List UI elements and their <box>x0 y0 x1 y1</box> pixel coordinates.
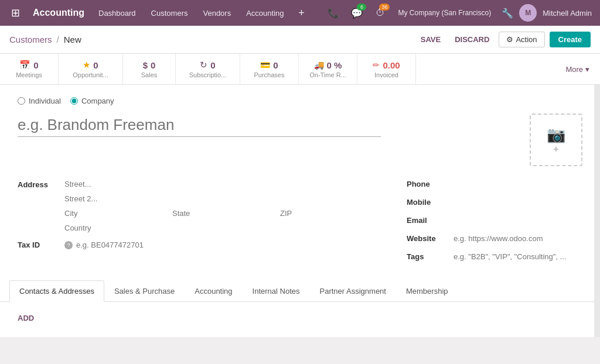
tags-field: Tags <box>407 250 582 263</box>
smart-btn-purchases[interactable]: 💳 0 Purchases <box>240 54 299 84</box>
taxid-field-group: Tax ID ? <box>18 239 383 251</box>
phone-field: Phone <box>407 178 582 190</box>
city-input[interactable] <box>64 207 168 219</box>
smart-btn-subscriptions[interactable]: ↻ 0 Subscriptio... <box>176 54 240 84</box>
smart-btn-invoiced[interactable]: ✏ 0.00 Invoiced <box>357 54 416 84</box>
nav-accounting[interactable]: Accounting <box>239 0 291 26</box>
breadcrumb-parent[interactable]: Customers <box>9 35 52 44</box>
more-label: More <box>565 65 583 74</box>
address-field-group: Address <box>18 178 383 234</box>
smart-buttons-bar: 📅 0 Meetings ★ 0 Opportunit... $ 0 Sales… <box>0 54 600 85</box>
nav-vendors[interactable]: Vendors <box>196 0 238 26</box>
tab-accounting[interactable]: Accounting <box>185 280 242 302</box>
meetings-label: Meetings <box>16 71 42 78</box>
action-button[interactable]: ⚙ Action <box>499 32 544 47</box>
more-button[interactable]: More ▾ <box>555 54 600 84</box>
street-input[interactable] <box>64 178 383 190</box>
action-label: Action <box>516 35 537 44</box>
top-nav: ⊞ Accounting Dashboard Customers Vendors… <box>0 0 600 26</box>
invoiced-label: Invoiced <box>374 71 398 78</box>
tab-partner-assignment[interactable]: Partner Assignment <box>310 280 396 302</box>
chat-icon[interactable]: 💬 6 <box>346 0 367 26</box>
phone-label: Phone <box>407 180 454 188</box>
photo-plus-icon: + <box>553 144 558 154</box>
website-input[interactable] <box>454 232 582 245</box>
meetings-count: 0 <box>33 60 38 70</box>
street2-input[interactable] <box>64 193 383 205</box>
create-button[interactable]: Create <box>550 32 591 47</box>
clock-icon[interactable]: ⏱ 36 <box>370 0 391 26</box>
nav-dashboard[interactable]: Dashboard <box>91 0 143 26</box>
left-fields: Address Tax ID ? <box>18 178 383 269</box>
right-fields: Phone Mobile Email Website Tags <box>407 178 582 269</box>
discard-button[interactable]: DISCARD <box>450 33 494 46</box>
breadcrumb-current: New <box>64 35 81 44</box>
mobile-field: Mobile <box>407 196 582 208</box>
truck-icon: 🚚 <box>314 60 324 70</box>
taxid-input[interactable] <box>76 239 383 251</box>
tab-contacts[interactable]: Contacts & Addresses <box>9 280 104 302</box>
website-field: Website <box>407 232 582 245</box>
tags-input[interactable] <box>454 250 582 263</box>
company-radio-input[interactable] <box>70 97 78 105</box>
form-header: Individual Company 📷 + <box>0 85 600 172</box>
photo-upload[interactable]: 📷 + <box>530 114 582 166</box>
opportunities-count: 0 <box>93 60 98 70</box>
add-button[interactable]: ADD <box>18 311 34 325</box>
mobile-label: Mobile <box>407 198 454 207</box>
website-label: Website <box>407 234 454 243</box>
smart-btn-ontime[interactable]: 🚚 0 % On-Time R... <box>299 54 357 84</box>
ontime-label: On-Time R... <box>309 71 346 78</box>
tags-label: Tags <box>407 252 454 261</box>
camera-icon: 📷 <box>547 126 565 144</box>
settings-icon[interactable]: 🔧 <box>498 0 517 26</box>
smart-btn-sales[interactable]: $ 0 Sales <box>123 54 176 84</box>
invoiced-count: 0.00 <box>383 60 400 70</box>
tab-internal-notes[interactable]: Internal Notes <box>243 280 310 302</box>
smart-btn-opportunities[interactable]: ★ 0 Opportunit... <box>59 54 123 84</box>
nav-customers[interactable]: Customers <box>144 0 195 26</box>
phone-input[interactable] <box>454 178 582 190</box>
chat-badge: 6 <box>357 4 366 11</box>
company-radio[interactable]: Company <box>70 97 114 105</box>
tabs-bar: Contacts & Addresses Sales & Purchase Ac… <box>0 280 600 302</box>
smart-btn-meetings[interactable]: 📅 0 Meetings <box>0 54 59 84</box>
taxid-label: Tax ID <box>18 241 64 249</box>
email-input[interactable] <box>454 214 582 226</box>
nav-add[interactable]: + <box>292 0 311 26</box>
breadcrumb-separator: / <box>57 35 59 44</box>
name-input[interactable] <box>18 114 381 137</box>
form-wrapper: Individual Company 📷 + Address <box>0 85 600 337</box>
chevron-down-icon: ▾ <box>585 65 589 74</box>
company-name: My Company (San Francisco) <box>393 9 496 17</box>
save-button[interactable]: SAVE <box>416 33 445 46</box>
state-input[interactable] <box>172 207 275 219</box>
phone-icon[interactable]: 📞 <box>323 0 344 26</box>
avatar: M <box>519 4 537 22</box>
individual-radio[interactable]: Individual <box>18 97 61 105</box>
email-label: Email <box>407 216 454 225</box>
individual-radio-input[interactable] <box>18 97 25 105</box>
tab-membership[interactable]: Membership <box>396 280 458 302</box>
credit-card-icon: 💳 <box>260 60 270 70</box>
taxid-help-icon[interactable]: ? <box>64 241 73 249</box>
tab-sales-purchase[interactable]: Sales & Purchase <box>104 280 185 302</box>
purchases-label: Purchases <box>254 71 285 78</box>
sales-label: Sales <box>141 71 158 78</box>
form-fields: Address Tax ID ? <box>0 172 600 280</box>
country-input[interactable] <box>64 222 383 234</box>
mobile-input[interactable] <box>454 196 582 208</box>
gear-icon: ⚙ <box>506 35 513 44</box>
zip-input[interactable] <box>280 207 383 219</box>
subscriptions-label: Subscriptio... <box>189 71 227 78</box>
scrollbar[interactable] <box>594 85 600 337</box>
apps-icon[interactable]: ⊞ <box>5 0 26 26</box>
opportunities-label: Opportunit... <box>73 71 108 78</box>
ontime-count: 0 % <box>327 60 342 70</box>
individual-label: Individual <box>29 97 61 105</box>
purchases-count: 0 <box>273 60 278 70</box>
address-label: Address <box>18 178 64 189</box>
clock-badge: 36 <box>379 4 390 11</box>
refresh-icon: ↻ <box>200 60 207 70</box>
tab-content: ADD <box>0 302 600 337</box>
